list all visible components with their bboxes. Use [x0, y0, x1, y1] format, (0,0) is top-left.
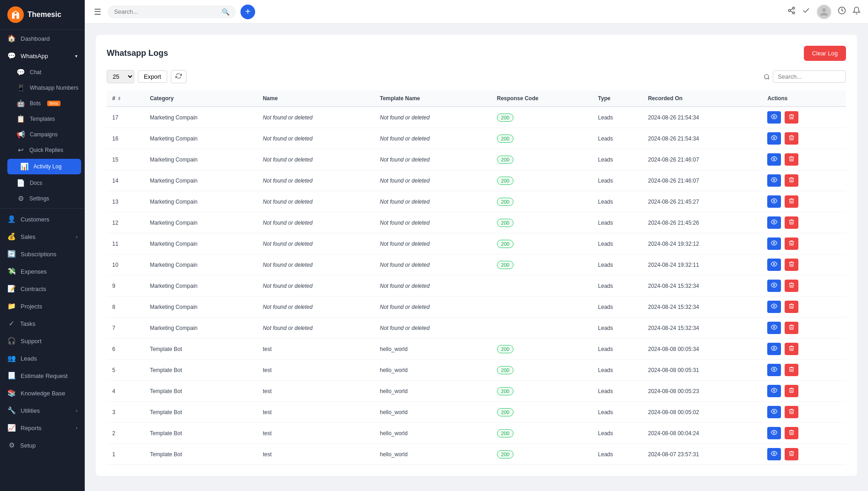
delete-button[interactable]: [785, 406, 798, 418]
cell-recorded-on: 2024-08-24 15:32:34: [643, 275, 762, 297]
sidebar-item-projects[interactable]: 📁 Projects: [0, 297, 85, 315]
table-search-right: [764, 70, 846, 83]
sidebar-item-contracts[interactable]: 📝 Contracts: [0, 280, 85, 297]
view-button[interactable]: [767, 364, 781, 376]
cell-response-code: 200: [491, 170, 593, 191]
sidebar-item-chat[interactable]: 💬 Chat: [4, 65, 85, 80]
col-header-category: Category: [144, 91, 257, 107]
view-button[interactable]: [767, 259, 781, 271]
sidebar-item-campaigns[interactable]: 📢 Campaigns: [4, 127, 85, 142]
sidebar-item-leads[interactable]: 👥 Leads: [0, 350, 85, 367]
view-button[interactable]: [767, 385, 781, 397]
per-page-select[interactable]: 25 10 50 100: [107, 70, 134, 83]
view-button[interactable]: [767, 111, 781, 124]
svg-point-25: [774, 453, 775, 454]
sidebar-item-utilities[interactable]: 🔧 Utilities ›: [0, 402, 85, 419]
check-icon[interactable]: [802, 6, 810, 17]
delete-button[interactable]: [785, 174, 798, 187]
delete-button[interactable]: [785, 322, 798, 334]
export-button[interactable]: Export: [138, 70, 167, 83]
svg-point-18: [774, 305, 775, 307]
view-button[interactable]: [767, 195, 781, 208]
cell-recorded-on: 2024-08-24 15:32:34: [643, 318, 762, 339]
sidebar-item-estimate-request[interactable]: 📃 Estimate Request: [0, 367, 85, 384]
delete-button[interactable]: [785, 280, 798, 292]
view-button[interactable]: [767, 427, 781, 439]
sidebar-divider-1: [0, 208, 85, 209]
sidebar-item-whatsapp-numbers[interactable]: 📱 Whatsapp Numbers: [4, 80, 85, 96]
search-submit-button[interactable]: 🔍: [222, 8, 229, 16]
view-button[interactable]: [767, 153, 781, 166]
cell-actions: [762, 423, 846, 444]
cell-recorded-on: 2024-08-24 19:32:11: [643, 254, 762, 275]
table-row: 9 Marketing Compain Not found or deleted…: [107, 275, 846, 297]
view-button[interactable]: [767, 216, 781, 229]
sidebar-item-support[interactable]: 🎧 Support: [0, 332, 85, 350]
svg-point-22: [774, 389, 775, 391]
refresh-button[interactable]: [171, 70, 186, 83]
sidebar-item-subscriptions[interactable]: 🔄 Subscriptions: [0, 245, 85, 263]
view-button[interactable]: [767, 322, 781, 334]
cell-name: test: [257, 381, 375, 402]
delete-button[interactable]: [785, 385, 798, 397]
delete-button[interactable]: [785, 427, 798, 439]
sidebar-item-customers[interactable]: 👤 Customers: [0, 210, 85, 228]
view-button[interactable]: [767, 280, 781, 292]
clock-icon[interactable]: [838, 6, 846, 17]
view-button[interactable]: [767, 343, 781, 355]
delete-button[interactable]: [785, 132, 798, 145]
delete-button[interactable]: [785, 448, 798, 460]
sidebar-item-bots[interactable]: 🤖 Bots Beta: [4, 96, 85, 111]
cell-template-name: Not found or deleted: [374, 254, 491, 275]
cell-category: Template Bot: [144, 402, 257, 423]
sidebar-item-settings[interactable]: ⚙ Settings: [4, 191, 85, 206]
view-button[interactable]: [767, 406, 781, 418]
delete-button[interactable]: [785, 195, 798, 208]
delete-button[interactable]: [785, 259, 798, 271]
delete-button[interactable]: [785, 111, 798, 124]
table-row: 13 Marketing Compain Not found or delete…: [107, 191, 846, 212]
menu-toggle-button[interactable]: ☰: [92, 5, 103, 19]
sidebar-item-dashboard[interactable]: 🏠 Dashboard: [0, 30, 85, 47]
sidebar-item-sales[interactable]: 💰 Sales ›: [0, 228, 85, 245]
clear-log-button[interactable]: Clear Log: [804, 46, 846, 61]
delete-button[interactable]: [785, 237, 798, 250]
delete-button[interactable]: [785, 301, 798, 313]
avatar[interactable]: [817, 5, 831, 19]
view-button[interactable]: [767, 448, 781, 460]
cell-template-name: hello_world: [374, 381, 491, 402]
svg-point-12: [774, 179, 775, 181]
view-button[interactable]: [767, 301, 781, 313]
delete-button[interactable]: [785, 364, 798, 376]
sidebar-item-expenses[interactable]: 💸 Expenses: [0, 263, 85, 280]
delete-button[interactable]: [785, 343, 798, 355]
cell-recorded-on: 2024-08-08 00:05:23: [643, 381, 762, 402]
delete-button[interactable]: [785, 153, 798, 166]
svg-point-17: [774, 284, 775, 286]
sidebar-item-knowledge-base[interactable]: 📚 Knowledge Base: [0, 384, 85, 402]
sidebar-item-setup[interactable]: ⚙ Setup: [0, 437, 85, 454]
cell-id: 2: [107, 423, 144, 444]
sidebar-item-tasks[interactable]: ✓ Tasks: [0, 315, 85, 332]
add-new-button[interactable]: +: [240, 5, 255, 19]
sidebar-item-templates[interactable]: 📋 Templates: [4, 111, 85, 127]
cell-category: Marketing Compain: [144, 297, 257, 318]
sidebar-item-activity-log[interactable]: 📊 Activity Log: [7, 159, 81, 174]
whatsapp-submenu: 💬 Chat 📱 Whatsapp Numbers 🤖 Bots Beta 📋 …: [0, 65, 85, 206]
share-icon[interactable]: [787, 6, 796, 17]
cell-actions: [762, 233, 846, 254]
sidebar-item-quick-replies[interactable]: ↩ Quick Replies: [4, 142, 85, 158]
sidebar-label-subscriptions: Subscriptions: [21, 251, 56, 258]
cell-recorded-on: 2024-08-26 21:45:27: [643, 191, 762, 212]
cell-category: Marketing Compain: [144, 128, 257, 149]
sidebar-item-reports[interactable]: 📈 Reports ›: [0, 419, 85, 437]
delete-button[interactable]: [785, 216, 798, 229]
view-button[interactable]: [767, 237, 781, 250]
view-button[interactable]: [767, 132, 781, 145]
table-search-input[interactable]: [773, 70, 846, 83]
sidebar-item-docs[interactable]: 📄 Docs: [4, 175, 85, 191]
sidebar-item-whatsapp[interactable]: 💬 WhatsApp ▾: [0, 47, 85, 65]
view-button[interactable]: [767, 174, 781, 187]
search-input[interactable]: [114, 8, 218, 15]
bell-icon[interactable]: [852, 6, 861, 17]
